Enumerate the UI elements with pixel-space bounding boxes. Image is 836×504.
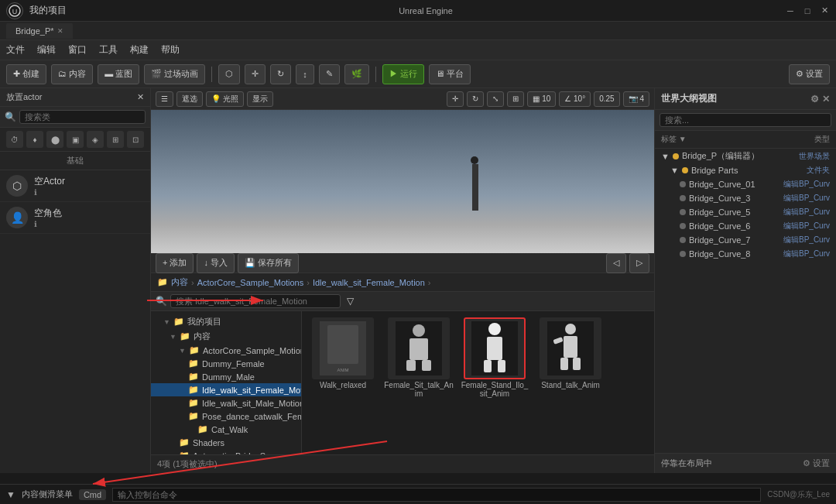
asset-stand-talk[interactable]: Stand_talk_Anim: [536, 317, 605, 398]
outliner-search-input[interactable]: [660, 113, 831, 127]
vp-rotate-tool[interactable]: ↻: [467, 91, 484, 107]
collapse-icon[interactable]: ▼: [6, 489, 15, 500]
outliner-item-curve-01[interactable]: Bridge_Curve_01 编辑BP_Curv: [655, 177, 836, 191]
tree-actorcore[interactable]: ▼ 📁 ActorCore_Sample_Motions: [151, 344, 301, 357]
menu-tools[interactable]: 工具: [99, 43, 118, 57]
save-all-button[interactable]: 💾 保存所有: [238, 253, 299, 273]
curve-6-label: Bridge_Curve_6: [689, 221, 751, 231]
tree-idle-male[interactable]: 📁 Idle_walk_sit_Male_Motion: [151, 396, 301, 410]
cinematics-button[interactable]: 🎬 过场动画: [144, 64, 205, 84]
move-btn[interactable]: ↕: [296, 64, 314, 84]
outliner-close-icon[interactable]: ✕: [822, 94, 830, 105]
vp-grid-btn[interactable]: ▦ 10: [527, 91, 556, 107]
menu-file[interactable]: 文件: [6, 43, 25, 57]
breadcrumb-actorcore[interactable]: ActorCore_Sample_Motions: [197, 278, 304, 287]
left-panel-close[interactable]: ✕: [137, 92, 144, 102]
svg-rect-3: [327, 325, 358, 364]
tree-dummy-male[interactable]: 📁 Dummy_Male: [151, 370, 301, 383]
vp-scale-factor[interactable]: 0.25: [594, 91, 619, 107]
actor-icon-6[interactable]: ⊞: [107, 131, 124, 148]
foliage-btn[interactable]: 🌿: [344, 64, 369, 84]
rotate-btn[interactable]: ↻: [270, 64, 291, 84]
blueprint-button[interactable]: ▬ 蓝图: [98, 64, 139, 84]
content-search-input[interactable]: [170, 294, 341, 308]
empty-actor-item[interactable]: ⬡ 空Actor ℹ: [0, 170, 150, 202]
tree-myproject[interactable]: ▼ 📁 我的项目: [151, 314, 301, 329]
add-button[interactable]: + 添加: [156, 253, 194, 273]
tree-auto-bridge[interactable]: 📁 AutomotiveBridgeScene: [151, 449, 301, 454]
tree-pose-dance[interactable]: 📁 Pose_dance_catwalk_Female: [151, 410, 301, 423]
tree-dummy-female[interactable]: 📁 Dummy_Female: [151, 357, 301, 370]
empty-character-info-icon: ℹ: [34, 220, 62, 228]
lighting-btn[interactable]: 💡 光照: [206, 91, 244, 107]
close-btn[interactable]: ✕: [819, 5, 830, 16]
history-fwd-btn[interactable]: ▷: [629, 253, 649, 273]
minimize-btn[interactable]: ─: [785, 5, 796, 16]
tree-idle-female[interactable]: 📁 Idle_walk_sit_Female_Motion: [151, 383, 301, 396]
content-filter-icon[interactable]: ▽: [347, 296, 354, 307]
outliner-item-curve-7[interactable]: Bridge_Curve_7 编辑BP_Curv: [655, 233, 836, 247]
right-panel: 世界大纲视图 ⚙ ✕ 标签 ▼ 类型 ▼ Bridge_P（编辑器） 世界场景 …: [654, 88, 836, 473]
actor-icon-2[interactable]: ♦: [26, 131, 43, 148]
bridge-tab-close[interactable]: ✕: [57, 27, 63, 35]
actor-icon-5[interactable]: ◈: [87, 131, 104, 148]
vp-move-tool[interactable]: ✛: [447, 91, 464, 107]
history-back-btn[interactable]: ◁: [606, 253, 626, 273]
outliner-item-curve-6[interactable]: Bridge_Curve_6 编辑BP_Curv: [655, 219, 836, 233]
vp-camera-btn[interactable]: 📷 4: [623, 91, 649, 107]
breadcrumb-content[interactable]: 内容: [171, 276, 188, 288]
tree-catwalk[interactable]: 📁 Cat_Walk: [151, 423, 301, 436]
tree-shaders[interactable]: 📁 Shaders: [151, 436, 301, 449]
outliner-item-curve-5[interactable]: Bridge_Curve_5 编辑BP_Curv: [655, 205, 836, 219]
select-mode-btn[interactable]: ⬡: [218, 64, 240, 84]
settings-button[interactable]: ⚙ 设置: [789, 64, 830, 84]
asset-female-stand[interactable]: Female_Stand_Ilo_sit_Anim: [460, 317, 529, 398]
outliner-settings-btn[interactable]: ⚙ 设置: [803, 458, 830, 469]
cmd-input[interactable]: [112, 488, 761, 502]
platform-button[interactable]: 🖥 平台: [429, 64, 471, 84]
title-bar-left: U 我的项目: [6, 2, 67, 19]
vp-angle-btn[interactable]: ∠ 10°: [559, 91, 591, 107]
maximize-btn[interactable]: □: [802, 5, 813, 16]
selection-btn[interactable]: 遮选: [176, 91, 203, 107]
cmd-label-btn[interactable]: Cmd: [79, 489, 106, 500]
content-button[interactable]: 🗂 内容: [51, 64, 93, 84]
paint-btn[interactable]: ✎: [319, 64, 340, 84]
menu-edit[interactable]: 编辑: [37, 43, 56, 57]
main-toolbar: ✚ 创建 🗂 内容 ▬ 蓝图 🎬 过场动画 ⬡ ✛ ↻ ↕ ✎ 🌿 ▶ 运行 🖥…: [0, 60, 836, 88]
outliner-item-bridge-p[interactable]: ▼ Bridge_P（编辑器） 世界场景: [655, 149, 836, 163]
menu-help[interactable]: 帮助: [161, 43, 180, 57]
svg-point-11: [488, 323, 501, 335]
actor-icon-1[interactable]: ⏱: [6, 131, 23, 148]
import-button[interactable]: ↓ 导入: [197, 253, 235, 273]
dock-layout-btn[interactable]: 停靠在布局中: [661, 458, 712, 469]
asset-walk-relaxed[interactable]: ANIM Walk_relaxed: [308, 317, 378, 398]
transform-btn[interactable]: ✛: [245, 64, 266, 84]
run-button[interactable]: ▶ 运行: [382, 64, 424, 84]
bridge-tab[interactable]: Bridge_P* ✕: [6, 23, 73, 39]
title-bar-right: ─ □ ✕: [785, 5, 830, 16]
display-btn[interactable]: 显示: [247, 91, 273, 107]
menu-window[interactable]: 窗口: [68, 43, 87, 57]
side-menu-label[interactable]: 内容侧滑菜单: [22, 489, 73, 500]
vp-snap-btn[interactable]: ⊞: [507, 91, 524, 107]
actor-search-input[interactable]: [19, 110, 146, 124]
actor-icon-3[interactable]: ⬤: [46, 131, 63, 148]
empty-actor-avatar: ⬡: [6, 175, 28, 197]
asset-female-sit[interactable]: Female_Sit_talk_Anim: [384, 317, 454, 398]
empty-character-item[interactable]: 👤 空角色 ℹ: [0, 202, 150, 234]
outliner-item-bridge-parts[interactable]: ▼ Bridge Parts 文件夹: [655, 163, 836, 177]
outliner-item-curve-3[interactable]: Bridge_Curve_3 编辑BP_Curv: [655, 191, 836, 205]
outliner-settings-icon[interactable]: ⚙: [810, 94, 819, 105]
menu-build[interactable]: 构建: [130, 43, 149, 57]
actor-search-bar: 🔍: [0, 107, 150, 128]
vp-scale-tool[interactable]: ⤡: [487, 91, 504, 107]
hamburger-btn[interactable]: ☰: [156, 91, 173, 107]
actor-icon-4[interactable]: ▣: [67, 131, 84, 148]
outliner-item-curve-8[interactable]: Bridge_Curve_8 编辑BP_Curv: [655, 247, 836, 261]
breadcrumb-motion[interactable]: Idle_walk_sit_Female_Motion: [313, 278, 425, 287]
create-button[interactable]: ✚ 创建: [6, 64, 46, 84]
project-title: 我的项目: [29, 4, 67, 17]
tree-content[interactable]: ▼ 📁 内容: [151, 329, 301, 344]
actor-icon-7[interactable]: ⊡: [127, 131, 144, 148]
